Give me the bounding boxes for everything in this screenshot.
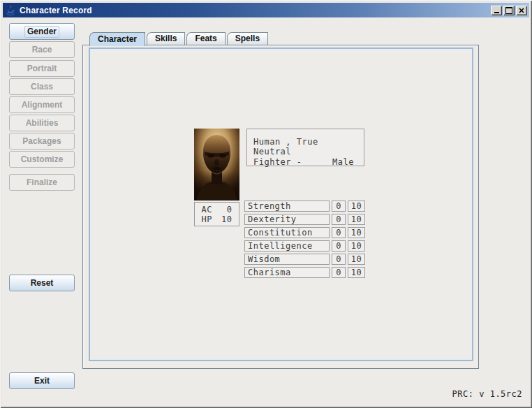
summary-race-alignment: Human , True Neutral — [253, 137, 358, 156]
sidebar-button-customize[interactable]: Customize — [9, 151, 75, 168]
ability-modifier-box: 0 — [332, 201, 346, 212]
sidebar-button-gender[interactable]: Gender — [9, 23, 75, 40]
summary-class: Fighter - — [253, 157, 302, 167]
ability-score-box: 10 — [348, 254, 365, 265]
close-button[interactable] — [516, 6, 527, 15]
table-row: Dexterity 0 10 — [244, 214, 367, 225]
sidebar-button-race[interactable]: Race — [9, 41, 75, 58]
ability-name-box: Constitution — [244, 227, 330, 238]
ac-hp-box: AC 0 HP 10 — [194, 202, 239, 226]
hp-label: HP — [202, 214, 216, 224]
sidebar-button-portrait-label: Portrait — [27, 64, 57, 73]
ability-score-table: Strength 0 10 Dexterity 0 10 Constitutio… — [244, 201, 367, 280]
reset-button[interactable]: Reset — [9, 275, 75, 291]
sidebar-button-finalize[interactable]: Finalize — [9, 174, 75, 191]
sidebar-button-packages[interactable]: Packages — [9, 133, 75, 150]
sidebar-button-class-label: Class — [31, 82, 53, 92]
maximize-icon — [505, 7, 512, 14]
ability-score-box: 10 — [348, 267, 365, 278]
character-portrait — [194, 129, 239, 201]
sidebar-button-gender-label: Gender — [24, 26, 59, 38]
tab-skills[interactable]: Skills — [147, 32, 185, 45]
sidebar-button-portrait[interactable]: Portrait — [9, 60, 75, 77]
ac-value: 0 — [220, 205, 232, 214]
exit-button[interactable]: Exit — [9, 372, 75, 389]
summary-gender: Male — [332, 157, 354, 167]
sidebar-button-class[interactable]: Class — [9, 78, 75, 95]
ability-modifier-box: 0 — [332, 267, 346, 278]
sidebar-button-alignment[interactable]: Alignment — [9, 96, 75, 113]
ability-name-box: Wisdom — [244, 254, 330, 265]
tab-bar: Character Skills Feats Spells — [82, 32, 479, 45]
tab-spells[interactable]: Spells — [227, 32, 268, 45]
sidebar-button-customize-label: Customize — [21, 154, 64, 164]
maximize-button[interactable] — [503, 6, 515, 15]
minimize-button[interactable] — [491, 6, 502, 15]
hp-value: 10 — [220, 214, 232, 224]
character-record-window: { "colors": { "titlebar_left": "#15387B"… — [0, 0, 532, 408]
sidebar-button-abilities-label: Abilities — [26, 118, 59, 128]
ac-label: AC — [202, 205, 216, 214]
minimize-icon — [494, 12, 499, 13]
ability-score-box: 10 — [348, 240, 365, 252]
window-controls — [491, 6, 527, 15]
ability-modifier-box: 0 — [332, 214, 346, 225]
version-label: PRC: v 1.5rc2 — [452, 389, 522, 399]
table-row: Wisdom 0 10 — [244, 254, 367, 265]
reset-button-label: Reset — [31, 278, 54, 288]
ability-modifier-box: 0 — [332, 227, 346, 238]
sidebar-button-race-label: Race — [32, 45, 52, 54]
ability-modifier-box: 0 — [332, 240, 346, 252]
character-summary-box: Human , True Neutral Fighter - Male — [246, 129, 364, 166]
exit-button-label: Exit — [34, 376, 50, 386]
ability-modifier-box: 0 — [332, 254, 346, 265]
ability-name-box: Dexterity — [244, 214, 330, 225]
sidebar-button-alignment-label: Alignment — [22, 100, 63, 110]
table-row: Strength 0 10 — [244, 201, 367, 212]
ability-name-box: Intelligence — [244, 240, 330, 252]
ability-score-box: 10 — [348, 227, 365, 238]
java-logo-icon — [5, 5, 16, 16]
ability-name-box: Strength — [244, 201, 330, 212]
window-title: Character Record — [20, 6, 92, 15]
ability-score-box: 10 — [348, 214, 365, 225]
title-bar: Character Record — [3, 3, 529, 17]
close-icon — [519, 8, 524, 13]
tab-character[interactable]: Character — [89, 32, 145, 46]
sidebar-button-packages-label: Packages — [22, 136, 61, 146]
ability-score-box: 10 — [348, 201, 365, 212]
ability-name-box: Charisma — [244, 267, 330, 278]
sidebar-button-finalize-label: Finalize — [27, 177, 57, 187]
table-row: Constitution 0 10 — [244, 227, 367, 238]
table-row: Charisma 0 10 — [244, 267, 367, 278]
tab-feats[interactable]: Feats — [186, 32, 225, 45]
table-row: Intelligence 0 10 — [244, 240, 367, 252]
sidebar-button-abilities[interactable]: Abilities — [9, 115, 75, 131]
